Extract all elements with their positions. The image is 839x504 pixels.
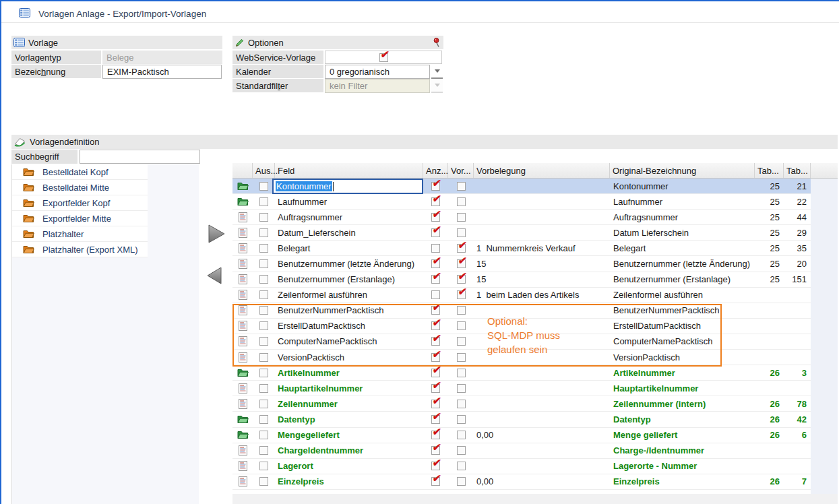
aus-checkbox[interactable] [259, 337, 268, 346]
table-row[interactable]: Mengegeliefert✔0,00Menge geliefert266 [232, 428, 811, 443]
feld-cell[interactable]: Datentyp [275, 412, 423, 427]
vorbelegung-checkbox[interactable] [457, 228, 466, 237]
table-row[interactable]: Zeilenformel ausführen✔1 beim Laden des … [232, 288, 811, 303]
anzeigen-checkbox[interactable]: ✔ [431, 400, 440, 408]
feld-cell[interactable]: Laufnummer [275, 194, 423, 209]
anzeigen-checkbox[interactable]: ✔ [431, 228, 440, 237]
vorbelegung-checkbox[interactable]: ✔ [457, 259, 466, 268]
vorbelegung-checkbox[interactable]: ✔ [457, 275, 466, 284]
aus-checkbox[interactable] [259, 259, 268, 268]
vorbelegung-checkbox[interactable] [457, 462, 466, 470]
anzeigen-checkbox[interactable]: ✔ [431, 462, 440, 470]
vorbelegung-checkbox[interactable] [457, 415, 466, 424]
folder-item[interactable]: Bestelldatei Mitte [12, 180, 148, 195]
anzeigen-checkbox[interactable]: ✔ [431, 213, 440, 222]
pin-icon[interactable] [433, 38, 441, 50]
kalender-select[interactable]: 0 gregorianisch [325, 65, 430, 79]
vorbelegung-checkbox[interactable] [457, 306, 466, 315]
kalender-dropdown-button[interactable] [431, 65, 443, 79]
column-header-tab1[interactable]: Tab... [755, 163, 784, 178]
aus-checkbox[interactable] [259, 400, 268, 408]
table-row[interactable]: Benutzernummer (letzte Änderung)✔✔15Benu… [232, 256, 811, 272]
vorbelegung-checkbox[interactable] [457, 213, 466, 222]
column-header-vor[interactable]: Vor... [448, 163, 474, 178]
aus-checkbox[interactable] [259, 182, 268, 191]
vorbelegung-checkbox[interactable] [457, 369, 466, 377]
vorbelegung-checkbox[interactable] [457, 321, 466, 330]
aus-checkbox[interactable] [259, 228, 268, 237]
aus-checkbox[interactable] [259, 306, 268, 315]
vorbelegung-checkbox[interactable] [457, 431, 466, 439]
aus-checkbox[interactable] [259, 321, 268, 330]
anzeigen-checkbox[interactable]: ✔ [431, 337, 440, 346]
feld-cell[interactable]: Hauptartikelnummer [275, 381, 423, 396]
vorbelegung-checkbox[interactable] [457, 384, 466, 393]
webservice-checkbox[interactable]: ✔ [379, 53, 388, 62]
anzeigen-checkbox[interactable]: ✔ [431, 306, 440, 315]
feld-edit-input[interactable]: Kontonummer [272, 179, 423, 194]
column-header-anz[interactable]: Anz... [423, 163, 448, 178]
anzeigen-checkbox[interactable]: ✔ [431, 259, 440, 268]
aus-checkbox[interactable] [259, 415, 268, 424]
anzeigen-checkbox[interactable]: ✔ [431, 384, 440, 393]
anzeigen-checkbox[interactable]: ✔ [431, 369, 440, 377]
folder-item[interactable]: Bestelldatei Kopf [12, 164, 148, 180]
vorbelegung-checkbox[interactable]: ✔ [457, 244, 466, 253]
feld-cell[interactable]: Lagerort [275, 459, 423, 474]
table-row[interactable]: Artikelnummer✔Artikelnummer263 [232, 365, 811, 381]
vorbelegung-checkbox[interactable] [457, 353, 466, 362]
anzeigen-checkbox[interactable]: ✔ [431, 197, 440, 206]
folder-item[interactable]: Exportfelder Kopf [12, 195, 148, 211]
aus-checkbox[interactable] [259, 431, 268, 439]
anzeigen-checkbox[interactable]: ✔ [431, 431, 440, 439]
feld-cell[interactable]: BenutzerNummerPacktisch [275, 303, 423, 318]
table-row[interactable]: Datum_Lieferschein✔Datum Lieferschein252… [232, 225, 811, 241]
folder-item[interactable]: Platzhalter (Export XML) [12, 242, 148, 257]
feld-cell[interactable]: ComputerNamePacktisch [275, 334, 423, 349]
suchbegriff-input[interactable] [80, 150, 200, 164]
table-row[interactable]: Laufnummer✔Laufnummer2522 [232, 194, 811, 210]
aus-checkbox[interactable] [259, 446, 268, 455]
feld-cell[interactable]: Auftragsnummer [275, 210, 423, 224]
move-left-arrow-button[interactable] [206, 267, 222, 286]
table-row[interactable]: Zeilennummer✔Zeilennummer (intern)2678 [232, 396, 811, 412]
table-row[interactable]: Lagerort✔Lagerorte - Nummer [232, 459, 811, 474]
vorbelegung-checkbox[interactable] [457, 182, 466, 191]
aus-checkbox[interactable] [259, 369, 268, 377]
table-row[interactable]: Auftragsnummer✔Auftragsnummer2544 [232, 210, 811, 225]
move-right-arrow-button[interactable] [208, 224, 226, 245]
anzeigen-checkbox[interactable]: ✔ [431, 275, 440, 284]
aus-checkbox[interactable] [259, 244, 268, 253]
feld-cell[interactable]: Chargeldentnummer [275, 443, 423, 458]
vorbelegung-checkbox[interactable] [457, 477, 466, 486]
aus-checkbox[interactable] [259, 462, 268, 470]
table-row[interactable]: Benutzernummer (Erstanlage)✔✔15Benutzern… [232, 272, 811, 288]
folder-item[interactable]: Exportfelder Mitte [12, 211, 148, 226]
anzeigen-checkbox[interactable]: ✔ [431, 353, 440, 362]
folder-item[interactable]: Platzhalter [12, 226, 148, 242]
feld-cell[interactable]: Belegart [275, 241, 423, 255]
anzeigen-checkbox[interactable] [431, 290, 440, 299]
vorbelegung-checkbox[interactable] [457, 446, 466, 455]
feld-cell[interactable]: Kontonummer [275, 179, 423, 193]
anzeigen-checkbox[interactable]: ✔ [431, 477, 440, 486]
column-header-feld[interactable]: Feld [275, 163, 423, 178]
aus-checkbox[interactable] [259, 275, 268, 284]
feld-cell[interactable]: Einzelpreis [275, 474, 423, 489]
anzeigen-checkbox[interactable]: ✔ [431, 415, 440, 424]
feld-cell[interactable]: Artikelnummer [275, 365, 423, 380]
column-header-aus[interactable]: Aus... [253, 163, 275, 178]
column-header-tab2[interactable]: Tab... [784, 163, 811, 178]
table-row[interactable]: Datentyp✔Datentyp2642 [232, 412, 811, 427]
feld-cell[interactable]: Datum_Lieferschein [275, 225, 423, 240]
table-row[interactable]: Kontonummer✔Kontonummer2521 [232, 179, 811, 194]
aus-checkbox[interactable] [259, 290, 268, 299]
feld-cell[interactable]: ErstellDatumPacktisch [275, 319, 423, 334]
anzeigen-checkbox[interactable]: ✔ [431, 182, 440, 191]
aus-checkbox[interactable] [259, 477, 268, 486]
anzeigen-checkbox[interactable]: ✔ [431, 321, 440, 330]
column-header-icon[interactable] [232, 163, 253, 178]
table-row[interactable]: Einzelpreis✔0,00Einzelpreis267 [232, 474, 811, 490]
table-row[interactable]: Chargeldentnummer✔Charge-/Identnummer [232, 443, 811, 459]
aus-checkbox[interactable] [259, 353, 268, 362]
